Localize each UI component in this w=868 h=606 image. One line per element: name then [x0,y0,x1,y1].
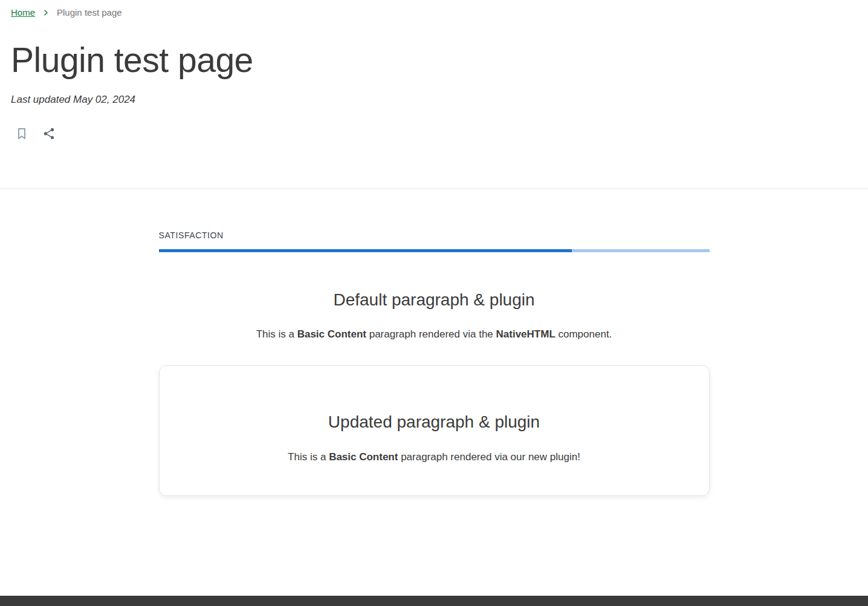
share-button[interactable] [39,123,59,144]
satisfaction-label: SATISFACTION [159,230,710,240]
paragraph-text: paragraph rendered via our new plugin! [398,451,580,463]
breadcrumb-current: Plugin test page [57,7,122,19]
page: Home Plugin test page Plugin test page L… [0,0,868,606]
default-plugin-section: Default paragraph & plugin This is a Bas… [159,288,710,342]
paragraph-text: component. [555,328,612,340]
paragraph-text: This is a [288,451,329,463]
satisfaction-progress-fill [159,249,572,252]
page-actions [11,123,857,145]
paragraph-bold-text: NativeHTML [496,328,555,340]
paragraph-text: This is a [256,328,297,340]
breadcrumb-home-link[interactable]: Home [11,7,35,19]
updated-section-heading: Updated paragraph & plugin [172,411,697,434]
breadcrumb: Home Plugin test page [11,0,857,19]
default-section-heading: Default paragraph & plugin [159,288,710,311]
footer-bar [0,596,868,606]
bookmark-button[interactable] [11,123,33,145]
share-icon [42,127,56,140]
paragraph-text: paragraph rendered via the [366,328,496,340]
main-content: SATISFACTION Default paragraph & plugin … [159,189,710,596]
last-updated-text: Last updated May 02, 2024 [11,94,857,106]
chevron-right-icon [42,9,50,16]
page-title: Plugin test page [11,40,857,80]
default-section-paragraph: This is a Basic Content paragraph render… [159,327,710,342]
paragraph-bold-text: Basic Content [297,328,366,340]
page-header: Home Plugin test page Plugin test page L… [0,0,868,145]
satisfaction-section: SATISFACTION [159,230,710,252]
updated-plugin-card: Updated paragraph & plugin This is a Bas… [159,365,710,497]
paragraph-bold-text: Basic Content [329,451,398,463]
bookmark-icon [15,126,29,141]
updated-section-paragraph: This is a Basic Content paragraph render… [172,450,697,464]
satisfaction-progress-bar [159,249,710,252]
